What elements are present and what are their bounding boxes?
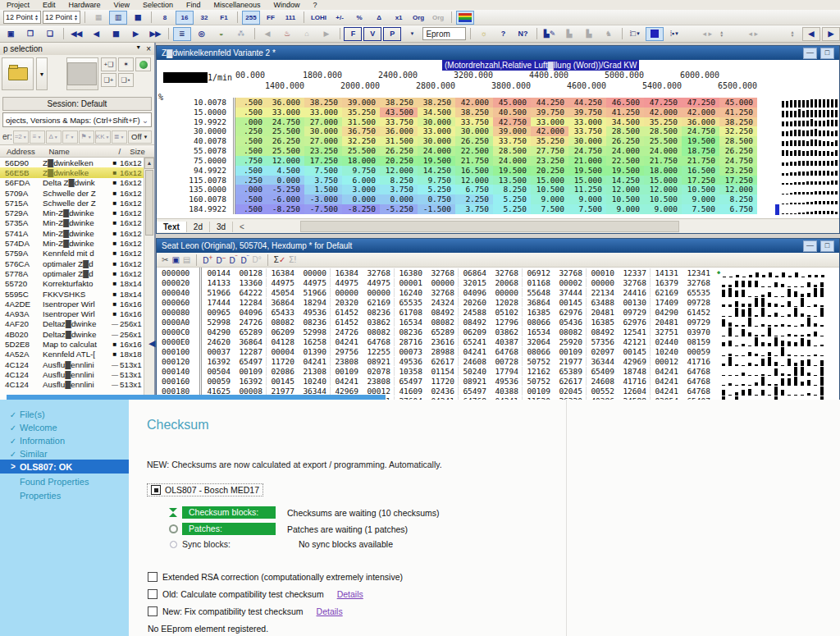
map-cell[interactable]: 42.750 (493, 117, 531, 127)
hex-value[interactable]: 32751 (650, 327, 682, 336)
map-grid-icon[interactable]: ▦ (107, 27, 125, 41)
map-cell[interactable]: 27.750 (531, 146, 568, 156)
hex-value[interactable]: 00728 (490, 357, 522, 366)
teapot-icon[interactable]: ◒ (212, 27, 231, 41)
map-cell[interactable]: 9.750 (342, 166, 380, 176)
hex-value[interactable]: 09729 (682, 318, 714, 327)
filter-button-4[interactable]: ⚑▼ (79, 130, 94, 144)
hex-value[interactable]: 40387 (490, 337, 522, 346)
hstep-icon[interactable]: ◂ ▸ (698, 27, 716, 41)
map-cell[interactable]: 36.000 (267, 98, 304, 108)
map-cell[interactable]: 26.250 (380, 146, 418, 156)
hex-value[interactable]: 21977 (554, 357, 586, 366)
hex-value[interactable]: 51966 (298, 288, 330, 297)
map-cell[interactable]: 12.000 (606, 185, 644, 194)
map-cell[interactable]: 20.250 (531, 166, 568, 176)
d-disabled-icon[interactable]: D° (253, 255, 262, 264)
window-new-icon[interactable]: ❐ (21, 27, 39, 41)
map-cell[interactable]: 24.000 (606, 146, 644, 156)
hex-value[interactable]: 04241 (458, 347, 490, 356)
hex-value[interactable]: 44975 (330, 278, 362, 287)
eprom-combobox[interactable]: Eprom (422, 27, 466, 40)
hex-value[interactable]: 00965 (202, 308, 234, 317)
map-cell[interactable]: 25.500 (267, 126, 304, 136)
bits-32-button[interactable]: 32 (195, 11, 213, 25)
map-cell[interactable]: 26.250 (606, 136, 644, 146)
hex-value[interactable]: 24726 (234, 318, 266, 327)
map-list-row[interactable]: 56E5BZ▓dwinkelke■16x12 (0, 167, 154, 177)
column-header-address[interactable]: Address (0, 147, 48, 156)
hex-value[interactable]: 16379 (650, 278, 682, 287)
hex-value[interactable]: 13360 (234, 278, 266, 287)
map-cell[interactable]: 19.500 (568, 166, 606, 176)
map-cell[interactable]: 8.250 (380, 176, 418, 185)
hex-value[interactable]: 00145 (554, 298, 586, 307)
map-cell[interactable]: 19.500 (418, 156, 455, 166)
hex-value[interactable]: 00008 (234, 387, 266, 396)
hex-value[interactable]: 16385 (522, 308, 554, 317)
hex-value[interactable]: 32768 (554, 268, 586, 277)
hex-value[interactable]: 00001 (394, 278, 426, 287)
column-view-icon[interactable]: ▥ (109, 11, 127, 25)
status-label[interactable]: Patches: (182, 523, 276, 535)
hex-value[interactable]: 10240 (298, 377, 330, 386)
hex-value[interactable]: 32015 (458, 278, 490, 287)
project-selector[interactable]: OLS807 - Bosch MED17 (147, 483, 263, 496)
letter-dropdown-icon[interactable]: ▼ (403, 27, 421, 41)
map-cell[interactable]: 39.000 (493, 126, 531, 136)
bits-16-button[interactable]: 16 (176, 11, 194, 25)
hex-value[interactable]: 16384 (266, 268, 298, 277)
hex-value[interactable]: 62976 (554, 308, 586, 317)
hex-value[interactable]: 62976 (618, 318, 650, 327)
nav-prev-icon[interactable]: ◀ (87, 27, 105, 41)
hex-value[interactable]: 20068 (490, 278, 522, 287)
hex-value[interactable]: 05102 (490, 308, 522, 317)
hex-value[interactable]: 00010 (586, 268, 618, 277)
menu-item-project[interactable]: Project (0, 1, 36, 9)
map-cell[interactable]: 22.500 (606, 156, 644, 166)
hex-value[interactable]: 65241 (458, 337, 490, 346)
hex-value[interactable]: 44975 (266, 278, 298, 287)
map-cell[interactable]: 38.250 (719, 117, 757, 127)
window-cascade-icon[interactable]: ❏ (41, 27, 59, 41)
map-cell[interactable]: 18.750 (682, 146, 719, 156)
hex-value[interactable]: 08492 (426, 308, 458, 317)
map-cell[interactable]: 45.000 (719, 98, 757, 108)
hstep2-icon[interactable]: ◂ ▸ (744, 27, 762, 41)
map-list-row[interactable]: 5595CFKKVSHKS■18x14 (0, 289, 154, 299)
hex-value[interactable]: 65497 (234, 357, 266, 366)
bits-f1-button[interactable]: F1 (215, 11, 233, 25)
hex-value[interactable]: 12604 (618, 387, 650, 396)
map-list-row[interactable]: 5715ASchwelle der Z■16x12 (0, 198, 154, 208)
map-cell[interactable]: 36.000 (682, 117, 719, 127)
map-cell[interactable]: 27.000 (304, 117, 342, 127)
map-cell[interactable]: 5.250 (418, 185, 455, 194)
hex-value[interactable]: 63488 (586, 298, 618, 307)
map-cell[interactable]: 46.500 (606, 98, 644, 108)
hex-value[interactable]: 12162 (522, 367, 554, 376)
map-cell[interactable]: 44.250 (531, 98, 568, 108)
map-cell[interactable]: 35.250 (342, 108, 380, 117)
hex-value[interactable]: 16392 (234, 377, 266, 386)
hex-value[interactable]: 00128 (234, 268, 266, 277)
minimize-icon[interactable]: — (803, 240, 817, 252)
hex-value[interactable]: 20481 (650, 318, 682, 327)
hex-value[interactable]: 52998 (298, 327, 330, 336)
hex-value[interactable]: 03862 (362, 318, 394, 327)
map-cell[interactable]: 33.000 (418, 126, 455, 136)
map-list-row[interactable]: 56D90Z▓dwinkelken■16x12 (0, 158, 154, 167)
filter-button-1[interactable]: ≡▼ (30, 130, 45, 144)
grid-view-icon[interactable]: ▦ (129, 11, 147, 25)
map-cell[interactable]: 9.750 (418, 176, 455, 185)
map-cell[interactable]: 24.000 (493, 156, 531, 166)
map-list-row[interactable]: 4A93AIsentroper Wirl■16x16 (0, 309, 154, 318)
maximize-icon[interactable]: □ (820, 48, 834, 59)
hex-value[interactable]: 00000 (362, 288, 394, 297)
hex-value[interactable]: 00109 (330, 367, 362, 376)
map-list-row[interactable]: 5735AMin-Z▓dwinke■16x12 (0, 218, 154, 228)
hex-value[interactable]: 24608 (586, 377, 618, 386)
map-cell[interactable]: 33.750 (568, 126, 606, 136)
hex-value[interactable]: 17409 (650, 298, 682, 307)
map-cell[interactable]: 21.750 (455, 156, 493, 166)
hex-value[interactable]: 32768 (490, 268, 522, 277)
